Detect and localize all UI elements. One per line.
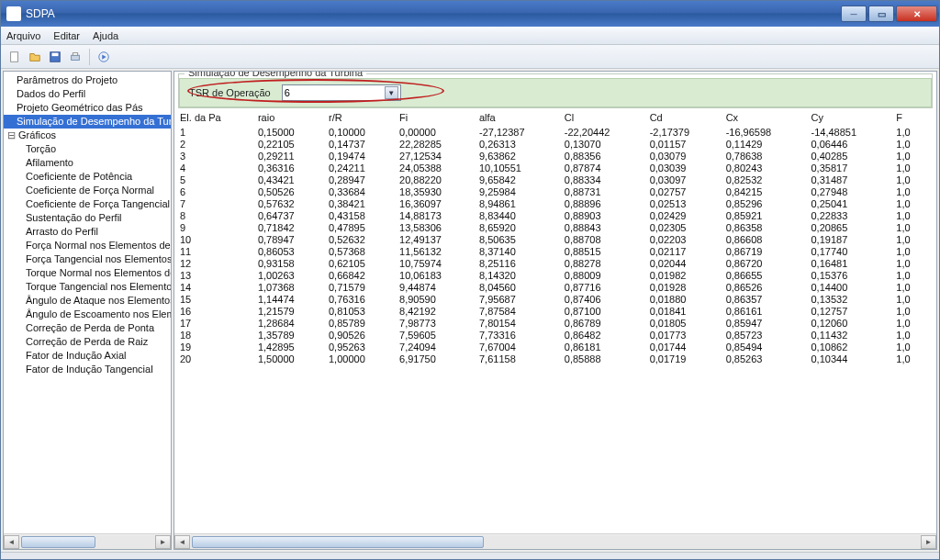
new-button[interactable] — [6, 49, 23, 65]
tree-ang-escoamento[interactable]: Ângulo de Escoamento nos Element — [4, 308, 171, 321]
table-cell: 9 — [180, 222, 258, 234]
tree-forca-tang[interactable]: Força Tangencial nos Elementos de — [4, 252, 171, 266]
table-row[interactable]: 120,931580,6210510,759748,251160,882780,… — [180, 258, 931, 270]
scroll-right-icon[interactable]: ► — [155, 535, 171, 549]
table-cell: 0,93158 — [258, 258, 329, 270]
table-cell: 0,16481 — [811, 258, 897, 270]
tree-ang-ataque[interactable]: Ângulo de Ataque nos Elementos de — [4, 294, 171, 308]
table-cell: 0,85888 — [565, 353, 650, 365]
tree-coef-potencia[interactable]: Coeficiente de Potência — [4, 170, 171, 184]
table-row[interactable]: 191,428950,952637,240947,670040,861810,0… — [180, 342, 931, 353]
menu-editar[interactable]: Editar — [53, 30, 80, 41]
table-row[interactable]: 201,500001,000006,917507,611580,858880,0… — [180, 353, 931, 365]
table-row[interactable]: 90,718420,4789513,583068,659200,888430,0… — [180, 222, 931, 234]
table-row[interactable]: 70,576320,3842116,360978,948610,888960,0… — [180, 198, 931, 210]
run-button[interactable] — [95, 49, 112, 65]
tree-hscroll[interactable]: ◄ ► — [4, 533, 171, 549]
project-tree[interactable]: Parâmetros do Projeto Dados do Perfil Pr… — [4, 72, 171, 533]
col-header[interactable]: El. da Pa — [180, 112, 258, 127]
minimize-button[interactable]: ─ — [841, 6, 867, 22]
table-cell: 7,95687 — [479, 294, 565, 306]
tsr-combo[interactable]: 6 ▼ — [282, 84, 401, 101]
table-cell: 0,02429 — [650, 210, 726, 222]
scroll-left-icon[interactable]: ◄ — [4, 535, 19, 549]
table-row[interactable]: 100,789470,5263212,491378,506350,887080,… — [180, 234, 931, 246]
table-row[interactable]: 110,860530,5736811,561328,371400,885150,… — [180, 246, 931, 258]
scroll-right-icon[interactable]: ► — [921, 535, 936, 549]
tree-torque-normal[interactable]: Torque Normal nos Elementos de Pá — [4, 266, 171, 280]
col-header[interactable]: Cl — [565, 112, 650, 127]
table-cell: 0,86482 — [565, 330, 650, 342]
open-button[interactable] — [27, 49, 43, 65]
table-row[interactable]: 10,150000,100000,00000-27,12387-22,20442… — [180, 127, 931, 139]
table-cell: 0,86720 — [726, 258, 811, 270]
tree-arrasto[interactable]: Arrasto do Perfil — [4, 225, 171, 239]
tree-afilamento[interactable]: Afilamento — [4, 156, 171, 170]
scroll-left-icon[interactable]: ◄ — [174, 535, 190, 549]
scroll-thumb[interactable] — [192, 536, 484, 548]
tree-parametros[interactable]: Parâmetros do Projeto — [4, 73, 171, 87]
col-header[interactable]: Fi — [399, 112, 479, 127]
tree-dados-perfil[interactable]: Dados do Perfil — [4, 87, 171, 101]
table-cell: 0,19187 — [811, 234, 897, 246]
table-row[interactable]: 131,002630,6684210,061838,143200,880090,… — [180, 270, 931, 282]
table-row[interactable]: 171,286840,857897,987737,801540,867890,0… — [180, 318, 931, 330]
scroll-thumb[interactable] — [21, 536, 95, 548]
tree-fator-tang[interactable]: Fator de Indução Tangencial — [4, 363, 171, 376]
col-header[interactable]: raio — [258, 112, 329, 127]
table-row[interactable]: 181,357890,905267,596057,733160,864820,0… — [180, 330, 931, 342]
col-header[interactable]: Cy — [811, 112, 897, 127]
tree-sustentacao[interactable]: Sustentação do Perfil — [4, 211, 171, 225]
tree-projeto-geom[interactable]: Projeto Geométrico das Pás — [4, 101, 171, 115]
tree-corr-ponta[interactable]: Correção de Perda de Ponta — [4, 321, 171, 335]
table-cell: 16 — [180, 306, 258, 318]
table-cell: 8,25116 — [479, 258, 565, 270]
table-row[interactable]: 60,505260,3368418,359309,259840,887310,0… — [180, 186, 931, 198]
save-button[interactable] — [47, 49, 63, 65]
table-cell: 0,86655 — [726, 270, 811, 282]
maximize-button[interactable]: ▭ — [868, 6, 894, 22]
table-cell: 0,14737 — [329, 139, 399, 151]
tree-coef-ft[interactable]: Coeficiente de Força Tangencial — [4, 197, 171, 211]
table-row[interactable]: 151,144740,763168,905907,956870,874060,0… — [180, 294, 931, 306]
col-header[interactable]: Cx — [726, 112, 811, 127]
table-row[interactable]: 50,434210,2894720,882209,658420,883340,0… — [180, 174, 931, 186]
table-row[interactable]: 80,647370,4315814,881738,834400,889030,0… — [180, 210, 931, 222]
table-cell: 0,88009 — [565, 270, 650, 282]
tree-torque-tang[interactable]: Torque Tangencial nos Elementos d — [4, 280, 171, 294]
print-button[interactable] — [67, 49, 84, 65]
tree-corr-raiz[interactable]: Correção de Perda de Raiz — [4, 335, 171, 349]
table-hscroll[interactable]: ◄ ► — [174, 533, 936, 549]
chevron-down-icon[interactable]: ▼ — [385, 86, 398, 99]
table-cell: 1,0 — [896, 198, 931, 210]
close-button[interactable]: ✕ — [896, 6, 937, 22]
col-header[interactable]: alfa — [479, 112, 565, 127]
scroll-track[interactable] — [190, 535, 921, 549]
table-row[interactable]: 141,073680,715799,448748,045600,877160,0… — [180, 282, 931, 294]
table-cell: 1,42895 — [258, 342, 329, 353]
tree-simulacao[interactable]: Simulação de Desempenho da Turbina — [4, 115, 171, 129]
menu-ajuda[interactable]: Ajuda — [93, 30, 118, 41]
tree-graficos[interactable]: Gráficos — [4, 129, 171, 142]
table-cell: 5 — [180, 174, 258, 186]
scroll-track[interactable] — [19, 535, 155, 549]
table-row[interactable]: 161,215790,810538,421927,875840,871000,0… — [180, 306, 931, 318]
simulation-groupbox: Simulação de Desempenho da Turbina TSR d… — [178, 73, 933, 108]
col-header[interactable]: Cd — [650, 112, 726, 127]
col-header[interactable]: F — [896, 112, 931, 127]
svg-rect-4 — [73, 52, 77, 55]
tree-forca-normal[interactable]: Força Normal nos Elementos de Pá — [4, 239, 171, 252]
table-cell: 0,28947 — [329, 174, 399, 186]
tree-fator-axial[interactable]: Fator de Indução Axial — [4, 349, 171, 363]
table-row[interactable]: 40,363160,2421124,0538810,105510,878740,… — [180, 162, 931, 174]
tree-torcao[interactable]: Torção — [4, 142, 171, 156]
table-row[interactable]: 30,292110,1947427,125349,638620,883560,0… — [180, 151, 931, 162]
table-row[interactable]: 20,221050,1473722,282850,263130,130700,0… — [180, 139, 931, 151]
table-cell: 0,47895 — [329, 222, 399, 234]
tree-coef-fn[interactable]: Coeficiente de Força Normal — [4, 184, 171, 197]
table-cell: 0,12060 — [811, 318, 897, 330]
table-cell: 0,88515 — [565, 246, 650, 258]
table-cell: 4 — [180, 162, 258, 174]
col-header[interactable]: r/R — [329, 112, 399, 127]
menu-arquivo[interactable]: Arquivo — [6, 30, 40, 41]
